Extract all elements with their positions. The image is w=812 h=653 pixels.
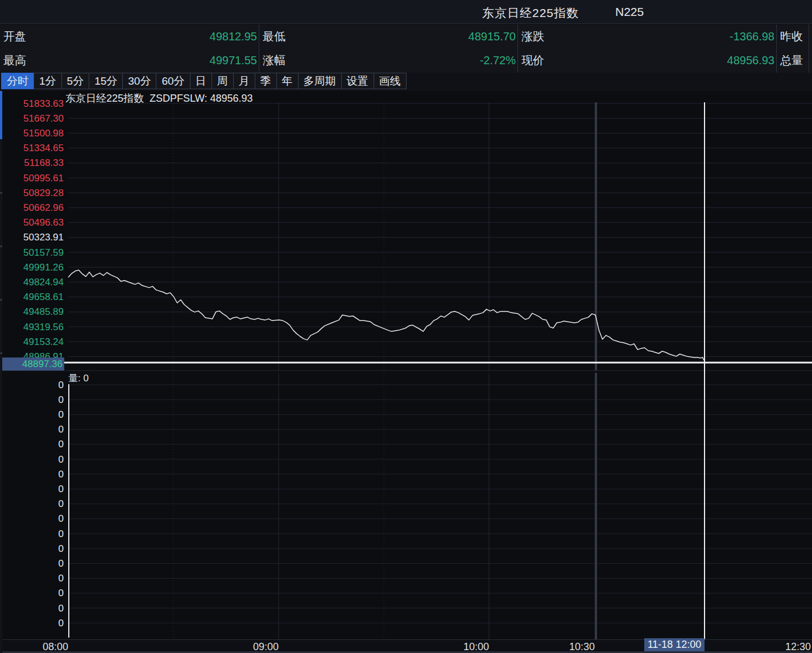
volume-axis-label: 0	[0, 513, 64, 524]
instrument-name: 东京日经225指数	[482, 5, 579, 21]
tab-画线[interactable]: 画线	[374, 73, 407, 89]
tab-5分[interactable]: 5分	[61, 73, 90, 89]
volume-axis-label: 0	[0, 484, 64, 494]
period-tab-bar: 分时1分5分15分30分60分日周月季年多周期设置画线	[0, 73, 812, 91]
price-axis-label: 49658.61	[0, 292, 64, 302]
crosshair-price-tag: 48897.36	[0, 357, 64, 371]
quote-row: 开盘49812.95	[0, 24, 259, 49]
volume-axis-label: 0	[0, 603, 64, 614]
chart-region[interactable]: 东京日经225指数ZSDPFSLW: 48956.93 51833.635166…	[0, 91, 812, 653]
quote-value: -1366.98	[544, 30, 776, 43]
quote-row: 涨幅-2.72%	[259, 49, 517, 73]
volume-axis-label: 0	[0, 543, 64, 554]
instrument-code: N225	[615, 5, 644, 19]
vertical-scrollbar[interactable]	[0, 91, 2, 653]
quote-label: 涨跌	[518, 29, 544, 44]
price-axis-label: 50662.96	[0, 202, 64, 213]
quote-value: -2.72%	[285, 54, 517, 67]
price-axis-label: 49485.89	[0, 306, 64, 317]
volume-axis-label: 0	[0, 439, 64, 450]
tab-日[interactable]: 日	[190, 73, 212, 89]
quote-row: 现价48956.93	[518, 49, 776, 73]
volume-axis-label: 0	[0, 454, 64, 465]
quote-group: 开盘49812.95最高49971.55	[0, 24, 259, 73]
quote-value: 49812.95	[26, 30, 259, 43]
volume-axis-label: 0	[0, 380, 64, 390]
volume-axis-label: 0	[0, 558, 64, 569]
quote-row: 最高49971.55	[0, 49, 259, 73]
volume-axis-label: 0	[0, 409, 64, 420]
volume-axis-label: 0	[0, 394, 64, 405]
quote-row: 涨跌-1366.98	[518, 24, 776, 49]
price-axis-label: 50995.61	[0, 173, 64, 184]
quote-value: 49971.55	[26, 54, 259, 67]
volume-axis-label: 0	[0, 469, 64, 480]
quote-value: 48956.93	[544, 54, 776, 67]
tab-60分[interactable]: 60分	[156, 73, 190, 89]
tab-多周期[interactable]: 多周期	[298, 73, 342, 89]
quote-group: 涨跌-1366.98现价48956.93	[518, 24, 777, 73]
scrollbar-tick	[0, 299, 2, 301]
tab-周[interactable]: 周	[212, 73, 234, 89]
price-axis-label: 50323.91	[0, 232, 64, 243]
quote-group: 昨收总量	[777, 24, 809, 73]
price-axis-label: 49319.56	[0, 322, 64, 332]
crosshair-time-tag: 11-18 12:00	[644, 638, 705, 651]
volume-axis-label: 0	[0, 424, 64, 435]
volume-header: 量: 0	[68, 372, 89, 385]
scrollbar-tick	[0, 352, 2, 354]
chart-overlay-title: 东京日经225指数ZSDPFSLW: 48956.93	[65, 91, 252, 105]
price-axis-label: 49153.24	[0, 336, 64, 347]
tab-年[interactable]: 年	[276, 73, 299, 89]
volume-axis-label: 0	[0, 573, 64, 584]
quote-row: 昨收	[777, 24, 809, 49]
price-axis-label: 49991.26	[0, 262, 64, 273]
tab-月[interactable]: 月	[233, 73, 255, 89]
quote-label: 最高	[0, 53, 26, 68]
tab-30分[interactable]: 30分	[122, 73, 156, 89]
tab-季[interactable]: 季	[255, 73, 277, 89]
tab-设置[interactable]: 设置	[341, 73, 374, 89]
quote-label: 涨幅	[259, 53, 285, 68]
volume-axis-label: 0	[0, 529, 64, 539]
price-axis-label: 51833.63	[0, 98, 64, 109]
tab-1分[interactable]: 1分	[34, 73, 62, 89]
volume-axis-label: 0	[0, 498, 64, 509]
price-axis-label: 50157.59	[0, 247, 64, 258]
price-axis-label: 51334.65	[0, 143, 64, 153]
quote-row: 最低48915.70	[259, 24, 517, 49]
quote-label: 最低	[259, 29, 285, 44]
scrollbar-tick	[0, 192, 2, 194]
quote-info-bar: 开盘49812.95最高49971.55最低48915.70涨幅-2.72%涨跌…	[0, 24, 812, 73]
quote-label: 总量	[777, 53, 803, 68]
quote-group: 最低48915.70涨幅-2.72%	[259, 24, 518, 73]
tab-分时[interactable]: 分时	[1, 73, 34, 89]
volume-axis-label: 0	[0, 588, 64, 598]
chart-indicator-text: ZSDPFSLW: 48956.93	[150, 93, 252, 104]
quote-row: 总量	[777, 49, 809, 73]
price-axis-label: 51667.30	[0, 113, 64, 124]
tab-15分[interactable]: 15分	[89, 73, 123, 89]
quote-value: 48915.70	[285, 30, 517, 43]
scrollbar-tick	[0, 246, 2, 247]
quote-label: 开盘	[0, 29, 26, 44]
price-axis-label: 50496.63	[0, 217, 64, 228]
price-axis-label: 50829.28	[0, 188, 64, 198]
quote-label: 现价	[518, 53, 544, 68]
title-bar: 东京日经225指数 N225	[0, 0, 812, 24]
chart-canvas[interactable]	[0, 91, 812, 653]
price-axis-label: 51500.98	[0, 128, 64, 139]
quote-label: 昨收	[777, 29, 803, 44]
volume-axis-label: 0	[0, 618, 64, 629]
price-line	[68, 270, 705, 361]
price-axis-label: 49824.94	[0, 277, 64, 288]
vertical-scrollbar-thumb[interactable]	[0, 91, 2, 139]
price-axis-label: 51168.33	[0, 157, 64, 168]
chart-title-text: 东京日经225指数	[65, 93, 144, 104]
